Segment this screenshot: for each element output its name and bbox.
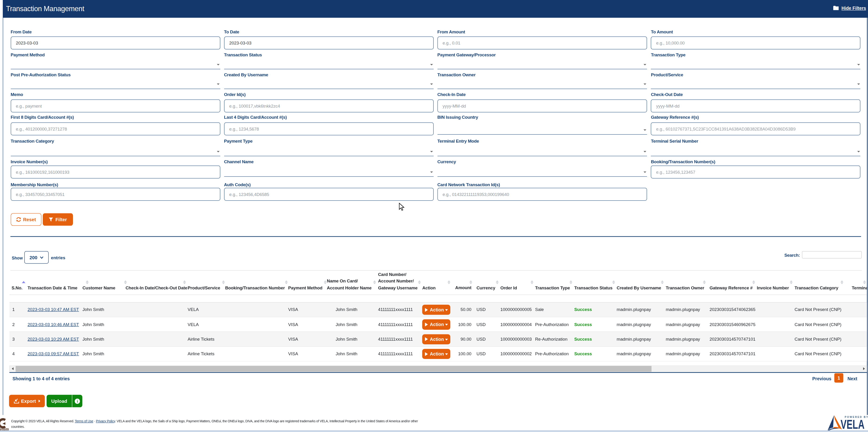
svg-text:atum: atum (0, 426, 9, 431)
svg-text:VELA: VELA (841, 417, 865, 431)
